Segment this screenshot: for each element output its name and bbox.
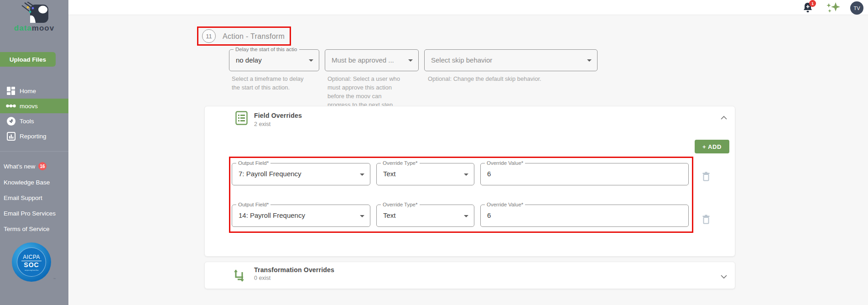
field-overrides-list-icon [235,111,248,127]
step-number-badge: 11 [202,29,216,43]
field-overrides-title: Field Overrides [254,112,302,119]
logo-text-moov: moov [32,24,54,32]
aicpa-soc-badge[interactable]: AICPA SOC aicpa.org/soc4so [12,242,51,282]
override-value-input-row2[interactable]: Override Value* 6 [480,205,689,227]
skip-behavior-select-value: Select skip behavior [431,56,492,64]
skip-helper-text: Optional: Change the default skip behavi… [428,74,541,83]
sidebar-divider [0,151,68,152]
step-title: Action - Transform [223,32,285,41]
output-field-label: Output Field* [236,160,270,166]
helper-line: before the moov can [327,92,400,100]
chevron-down-icon [360,174,364,176]
override-value-text-row2: 6 [487,211,491,219]
override-type-label: Override Type* [381,202,420,207]
soc-badge-aicpa-text: AICPA [21,254,42,261]
delete-row1-trash-icon[interactable] [702,172,710,184]
reporting-chart-icon [6,132,16,141]
moovs-dots-icon [6,104,16,108]
override-type-value-row2: Text [383,211,396,219]
helper-line: Optional: Select a user who [327,74,400,83]
override-value-label: Override Value* [485,160,525,166]
output-field-value-row1: 7: Payroll Frequency [239,170,301,178]
soc-trademark: ™ [53,278,56,280]
chevron-down-icon [309,59,313,62]
chevron-down-icon [464,174,468,176]
transformation-overrides-icon [233,267,245,284]
user-avatar[interactable]: TV [850,1,863,15]
sidebar-item-tools[interactable]: Tools [0,114,68,128]
app-window: datamoov Upload Files Home [0,0,868,305]
transformation-overrides-count: 0 exist [254,275,270,281]
sidebar-link-email-support[interactable]: Email Support [4,195,42,201]
delay-select-value: no delay [236,56,262,64]
soc-badge-soc-text: SOC [17,261,46,268]
output-field-value-row2: 14: Payroll Frequency [239,211,305,219]
logo-wordmark: datamoov [0,24,68,33]
sidebar-link-email-pro-services[interactable]: Email Pro Services [4,210,56,217]
approval-helper-text: Optional: Select a user who must approve… [327,74,400,109]
approval-select[interactable]: Must be approved ... [325,49,419,71]
delay-select[interactable]: Delay the start of this actio no delay [229,49,319,71]
topbar [68,0,868,15]
collapse-chevron-up-icon[interactable] [720,114,728,122]
tools-wrench-icon [6,117,16,126]
sidebar-item-label: moovs [20,103,38,110]
transformation-overrides-title: Transformation Overrides [254,266,334,273]
approval-select-value: Must be approved ... [332,56,394,64]
aicpa-soc-badge-inner: AICPA SOC aicpa.org/soc4so [17,247,46,277]
override-type-label: Override Type* [381,160,420,166]
sidebar-link-whats-new[interactable]: What's new [4,163,35,170]
override-type-select-row1[interactable]: Override Type* Text [376,163,474,185]
override-type-value-row1: Text [383,170,396,178]
sidebar-link-knowledge-base[interactable]: Knowledge Base [4,179,50,186]
chevron-down-icon [464,215,468,217]
override-value-text-row1: 6 [487,170,491,178]
output-field-select-row1[interactable]: Output Field* 7: Payroll Frequency [232,163,370,185]
helper-line: must approve this action [327,83,400,92]
sidebar-item-moovs[interactable]: moovs [0,99,68,113]
delete-row2-trash-icon[interactable] [702,215,710,226]
sidebar-item-label: Home [20,88,36,95]
chevron-down-icon [587,59,592,62]
sidebar-item-label: Reporting [20,133,47,140]
helper-line: the start of this action. [232,83,304,92]
add-field-override-button[interactable]: + ADD [695,140,729,153]
logo-text-data: data [14,24,32,32]
field-overrides-count: 2 exist [254,121,270,127]
expand-chevron-down-icon[interactable] [720,273,728,281]
soc-badge-url-text: aicpa.org/soc4so [17,269,46,271]
sidebar-link-terms-of-service[interactable]: Terms of Service [4,226,50,232]
chevron-down-icon [408,59,413,62]
sidebar-item-home[interactable]: Home [0,84,68,98]
notification-count-badge: 1 [809,0,816,7]
ai-sparkles-icon[interactable] [826,2,841,16]
override-type-select-row2[interactable]: Override Type* Text [376,205,474,227]
sidebar: datamoov Upload Files Home [0,0,68,305]
skip-behavior-select[interactable]: Select skip behavior [424,49,598,71]
output-field-select-row2[interactable]: Output Field* 14: Payroll Frequency [232,205,370,227]
override-value-input-row1[interactable]: Override Value* 6 [480,163,689,185]
delay-select-label: Delay the start of this actio [234,47,299,52]
transformation-overrides-card [204,262,735,289]
upload-files-button[interactable]: Upload Files [0,52,56,67]
sidebar-item-reporting[interactable]: Reporting [0,129,68,143]
sidebar-item-label: Tools [20,118,34,125]
whats-new-count-badge: 16 [38,162,47,170]
home-grid-icon [6,87,16,95]
chevron-down-icon [360,215,364,217]
output-field-label: Output Field* [236,202,270,207]
override-value-label: Override Value* [485,202,525,207]
delay-helper-text: Select a timeframe to delay the start of… [232,74,304,92]
helper-line: Select a timeframe to delay [232,74,304,83]
